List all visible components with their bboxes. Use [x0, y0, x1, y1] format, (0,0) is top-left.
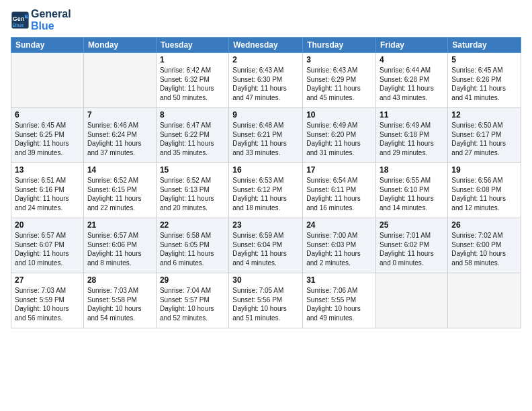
day-number: 29: [160, 275, 225, 285]
week-row-2: 6Sunrise: 6:45 AM Sunset: 6:25 PM Daylig…: [11, 108, 521, 163]
day-number: 19: [451, 165, 517, 175]
logo: Gen Blue General Blue: [11, 8, 71, 32]
day-info: Sunrise: 6:42 AM Sunset: 6:32 PM Dayligh…: [160, 66, 225, 102]
day-info: Sunrise: 6:54 AM Sunset: 6:11 PM Dayligh…: [306, 176, 372, 212]
weekday-header-row: SundayMondayTuesdayWednesdayThursdayFrid…: [11, 38, 521, 53]
day-number: 2: [232, 55, 299, 64]
day-number: 6: [15, 110, 80, 120]
day-info: Sunrise: 6:51 AM Sunset: 6:16 PM Dayligh…: [15, 176, 80, 212]
calendar-cell: 30Sunrise: 7:05 AM Sunset: 5:56 PM Dayli…: [229, 273, 303, 328]
day-number: 11: [380, 110, 444, 120]
calendar-cell: 18Sunrise: 6:55 AM Sunset: 6:10 PM Dayli…: [376, 163, 448, 218]
calendar-cell: 5Sunrise: 6:45 AM Sunset: 6:26 PM Daylig…: [448, 53, 521, 108]
week-row-3: 13Sunrise: 6:51 AM Sunset: 6:16 PM Dayli…: [11, 163, 521, 218]
day-number: 27: [15, 275, 80, 285]
day-info: Sunrise: 7:01 AM Sunset: 6:02 PM Dayligh…: [380, 231, 444, 267]
day-number: 10: [306, 110, 372, 120]
calendar-cell: 24Sunrise: 7:00 AM Sunset: 6:03 PM Dayli…: [303, 218, 376, 273]
day-info: Sunrise: 7:02 AM Sunset: 6:00 PM Dayligh…: [451, 231, 517, 267]
day-info: Sunrise: 6:45 AM Sunset: 6:26 PM Dayligh…: [451, 66, 517, 102]
calendar-cell: 31Sunrise: 7:06 AM Sunset: 5:55 PM Dayli…: [303, 273, 376, 328]
calendar-cell: 16Sunrise: 6:53 AM Sunset: 6:12 PM Dayli…: [229, 163, 303, 218]
calendar-cell: 9Sunrise: 6:48 AM Sunset: 6:21 PM Daylig…: [229, 108, 303, 163]
day-info: Sunrise: 6:49 AM Sunset: 6:20 PM Dayligh…: [306, 121, 372, 157]
calendar-cell: 13Sunrise: 6:51 AM Sunset: 6:16 PM Dayli…: [11, 163, 84, 218]
day-info: Sunrise: 6:43 AM Sunset: 6:30 PM Dayligh…: [232, 66, 299, 102]
weekday-sunday: Sunday: [11, 38, 84, 53]
day-info: Sunrise: 6:47 AM Sunset: 6:22 PM Dayligh…: [160, 121, 225, 157]
day-info: Sunrise: 6:59 AM Sunset: 6:04 PM Dayligh…: [232, 231, 299, 267]
day-number: 3: [306, 55, 372, 64]
weekday-wednesday: Wednesday: [229, 38, 303, 53]
day-number: 12: [451, 110, 517, 120]
day-number: 20: [15, 220, 80, 230]
calendar-cell: 20Sunrise: 6:57 AM Sunset: 6:07 PM Dayli…: [11, 218, 84, 273]
calendar-cell: 1Sunrise: 6:42 AM Sunset: 6:32 PM Daylig…: [156, 53, 228, 108]
day-info: Sunrise: 6:58 AM Sunset: 6:05 PM Dayligh…: [160, 231, 225, 267]
day-number: 5: [451, 55, 517, 64]
week-row-5: 27Sunrise: 7:03 AM Sunset: 5:59 PM Dayli…: [11, 273, 521, 328]
day-number: 25: [380, 220, 444, 230]
day-number: 8: [160, 110, 225, 120]
calendar-table: SundayMondayTuesdayWednesdayThursdayFrid…: [11, 37, 521, 328]
calendar-cell: 29Sunrise: 7:04 AM Sunset: 5:57 PM Dayli…: [156, 273, 228, 328]
calendar-cell: 10Sunrise: 6:49 AM Sunset: 6:20 PM Dayli…: [303, 108, 376, 163]
day-info: Sunrise: 6:50 AM Sunset: 6:17 PM Dayligh…: [451, 121, 517, 157]
day-info: Sunrise: 6:46 AM Sunset: 6:24 PM Dayligh…: [87, 121, 152, 157]
day-info: Sunrise: 6:52 AM Sunset: 6:13 PM Dayligh…: [160, 176, 225, 212]
day-info: Sunrise: 6:53 AM Sunset: 6:12 PM Dayligh…: [232, 176, 299, 212]
weekday-thursday: Thursday: [303, 38, 376, 53]
calendar-cell: 17Sunrise: 6:54 AM Sunset: 6:11 PM Dayli…: [303, 163, 376, 218]
day-number: 4: [380, 55, 444, 64]
day-number: 1: [160, 55, 225, 64]
weekday-friday: Friday: [376, 38, 448, 53]
weekday-tuesday: Tuesday: [156, 38, 228, 53]
calendar-cell: 11Sunrise: 6:49 AM Sunset: 6:18 PM Dayli…: [376, 108, 448, 163]
day-number: 31: [306, 275, 372, 285]
calendar-cell: 14Sunrise: 6:52 AM Sunset: 6:15 PM Dayli…: [83, 163, 156, 218]
day-info: Sunrise: 6:43 AM Sunset: 6:29 PM Dayligh…: [306, 66, 372, 102]
logo-icon: Gen Blue: [11, 11, 30, 30]
calendar-cell: 25Sunrise: 7:01 AM Sunset: 6:02 PM Dayli…: [376, 218, 448, 273]
day-number: 18: [380, 165, 444, 175]
calendar-cell: 2Sunrise: 6:43 AM Sunset: 6:30 PM Daylig…: [229, 53, 303, 108]
day-number: 30: [232, 275, 299, 285]
calendar-cell: 22Sunrise: 6:58 AM Sunset: 6:05 PM Dayli…: [156, 218, 228, 273]
day-info: Sunrise: 6:44 AM Sunset: 6:28 PM Dayligh…: [380, 66, 444, 102]
calendar-cell: 23Sunrise: 6:59 AM Sunset: 6:04 PM Dayli…: [229, 218, 303, 273]
day-number: 26: [451, 220, 517, 230]
day-info: Sunrise: 6:49 AM Sunset: 6:18 PM Dayligh…: [380, 121, 444, 157]
day-number: 13: [15, 165, 80, 175]
svg-text:Blue: Blue: [13, 21, 24, 28]
calendar-cell: 12Sunrise: 6:50 AM Sunset: 6:17 PM Dayli…: [448, 108, 521, 163]
day-info: Sunrise: 7:05 AM Sunset: 5:56 PM Dayligh…: [232, 286, 299, 322]
calendar-cell: 21Sunrise: 6:57 AM Sunset: 6:06 PM Dayli…: [83, 218, 156, 273]
day-info: Sunrise: 7:00 AM Sunset: 6:03 PM Dayligh…: [306, 231, 372, 267]
day-number: 14: [87, 165, 152, 175]
day-info: Sunrise: 6:48 AM Sunset: 6:21 PM Dayligh…: [232, 121, 299, 157]
calendar-cell: 27Sunrise: 7:03 AM Sunset: 5:59 PM Dayli…: [11, 273, 84, 328]
calendar-cell: 28Sunrise: 7:03 AM Sunset: 5:58 PM Dayli…: [83, 273, 156, 328]
calendar-cell: 15Sunrise: 6:52 AM Sunset: 6:13 PM Dayli…: [156, 163, 228, 218]
header: Gen Blue General Blue: [11, 8, 521, 32]
logo-text: General Blue: [31, 8, 71, 32]
calendar-cell: [376, 273, 448, 328]
day-info: Sunrise: 7:04 AM Sunset: 5:57 PM Dayligh…: [160, 286, 225, 322]
calendar-cell: [448, 273, 521, 328]
day-number: 22: [160, 220, 225, 230]
day-info: Sunrise: 6:57 AM Sunset: 6:06 PM Dayligh…: [87, 231, 152, 267]
calendar-cell: 8Sunrise: 6:47 AM Sunset: 6:22 PM Daylig…: [156, 108, 228, 163]
day-info: Sunrise: 7:03 AM Sunset: 5:59 PM Dayligh…: [15, 286, 80, 322]
weekday-saturday: Saturday: [448, 38, 521, 53]
day-number: 23: [232, 220, 299, 230]
calendar-cell: 7Sunrise: 6:46 AM Sunset: 6:24 PM Daylig…: [83, 108, 156, 163]
calendar-cell: [11, 53, 84, 108]
day-info: Sunrise: 6:57 AM Sunset: 6:07 PM Dayligh…: [15, 231, 80, 267]
day-number: 24: [306, 220, 372, 230]
week-row-4: 20Sunrise: 6:57 AM Sunset: 6:07 PM Dayli…: [11, 218, 521, 273]
weekday-monday: Monday: [83, 38, 156, 53]
calendar-cell: [83, 53, 156, 108]
day-info: Sunrise: 6:55 AM Sunset: 6:10 PM Dayligh…: [380, 176, 444, 212]
day-info: Sunrise: 7:03 AM Sunset: 5:58 PM Dayligh…: [87, 286, 152, 322]
day-number: 28: [87, 275, 152, 285]
